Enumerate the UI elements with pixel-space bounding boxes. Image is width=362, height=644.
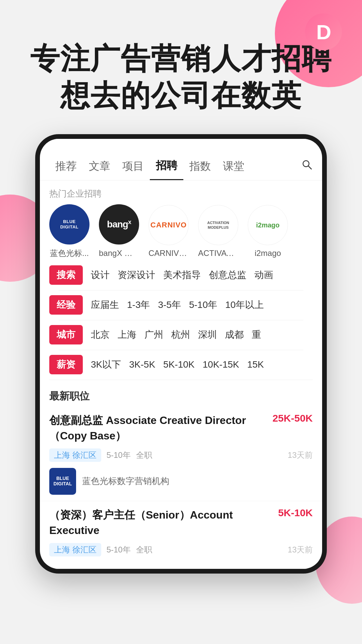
filter-opt-3-5[interactable]: 3-5年 — [158, 299, 181, 311]
activation-text: ACTIVATIONMODEPLUS — [207, 220, 229, 230]
tab-index[interactable]: 指数 — [183, 159, 217, 180]
tab-project[interactable]: 项目 — [116, 159, 150, 180]
company-full-name-1: 蓝色光标数字营销机构 — [82, 475, 169, 487]
company-item-blue-digital[interactable]: BLUEDIGITAL 蓝色光标... — [49, 204, 89, 259]
job-title-1: 创意副总监 Associate Creative Director（Copy B… — [49, 413, 273, 444]
search-icon[interactable] — [301, 159, 313, 179]
filter-opt-3k-5k[interactable]: 3K-5K — [129, 359, 155, 370]
company-logo-small-text-1: BLUEDIGITAL — [54, 476, 72, 486]
job-experience-2: 5-10年 — [107, 544, 131, 555]
job-type-1: 全职 — [136, 450, 152, 461]
divider-3 — [59, 350, 303, 350]
hero-section: 专注广告营销人才招聘 想去的公司在数英 — [0, 0, 362, 134]
job-location-1: 上海 徐汇区 — [49, 448, 101, 462]
nav-tabs: 推荐 文章 项目 招聘 指数 课堂 — [40, 152, 322, 180]
i2mago-text: i2mago — [256, 221, 280, 229]
job-salary-1: 25K-50K — [273, 413, 313, 424]
filter-row-search: 搜索 设计 资深设计 美术指导 创意总监 动画 — [49, 265, 313, 285]
job-meta-row-2: 上海 徐汇区 5-10年 全职 13天前 — [49, 543, 313, 556]
company-name-blue-digital: 蓝色光标... — [50, 248, 89, 259]
divider-1 — [59, 290, 303, 290]
company-name-bangx: bangX 上海 — [99, 248, 139, 259]
filter-opt-fresh[interactable]: 应届生 — [91, 299, 119, 311]
app-logo-badge[interactable]: D — [305, 13, 342, 50]
hero-line1: 专注广告营销人才招聘 — [30, 42, 332, 75]
status-bar — [40, 139, 322, 152]
filter-row-city: 城市 北京 上海 广州 杭州 深圳 成都 重 — [49, 325, 313, 344]
filter-opt-1-3[interactable]: 1-3年 — [127, 299, 150, 311]
job-salary-2: 5K-10K — [278, 507, 313, 519]
company-logo-small-1: BLUEDIGITAL — [49, 468, 76, 495]
filter-opt-beijing[interactable]: 北京 — [91, 328, 110, 341]
filter-opt-senior-design[interactable]: 资深设计 — [118, 269, 155, 281]
company-logo-activation: ACTIVATIONMODEPLUS — [198, 205, 238, 245]
job-title-row-2: （资深）客户主任（Senior）Account Executive 5K-10K — [49, 507, 313, 538]
hero-headline: 专注广告营销人才招聘 想去的公司在数英 — [0, 40, 362, 114]
company-info-row-1: BLUEDIGITAL 蓝色光标数字营销机构 — [49, 468, 313, 495]
divider-2 — [59, 320, 303, 320]
filter-opt-10k-15k[interactable]: 10K-15K — [202, 359, 239, 370]
svg-line-1 — [308, 166, 311, 169]
filter-tag-salary[interactable]: 薪资 — [49, 355, 83, 374]
company-item-carnivo[interactable]: CARNIVO CARNIVO... — [148, 205, 189, 258]
filter-opt-more-city[interactable]: 重 — [252, 328, 261, 341]
tab-jobs[interactable]: 招聘 — [150, 158, 183, 180]
job-title-row-1: 创意副总监 Associate Creative Director（Copy B… — [49, 413, 313, 444]
job-type-2: 全职 — [136, 544, 152, 555]
job-listing-2[interactable]: （资深）客户主任（Senior）Account Executive 5K-10K… — [40, 501, 322, 569]
job-meta-row-1: 上海 徐汇区 5-10年 全职 13天前 — [49, 448, 313, 462]
company-name-carnivo: CARNIVO... — [148, 249, 189, 258]
filter-opt-guangzhou[interactable]: 广州 — [144, 328, 163, 341]
latest-jobs-title: 最新职位 — [40, 385, 322, 407]
hot-companies-label: 热门企业招聘 — [40, 180, 322, 204]
filter-opt-design[interactable]: 设计 — [91, 269, 110, 281]
filter-opt-creative[interactable]: 创意总监 — [209, 269, 246, 281]
tab-course[interactable]: 课堂 — [217, 159, 250, 180]
job-time-2: 13天前 — [288, 544, 313, 555]
job-listing-1[interactable]: 创意副总监 Associate Creative Director（Copy B… — [40, 407, 322, 501]
filter-opt-10plus[interactable]: 10年以上 — [225, 299, 264, 311]
company-logos-row: BLUEDIGITAL 蓝色光标... bangx bangX 上海 CARNI… — [40, 204, 322, 259]
bangx-text: bangx — [107, 219, 131, 230]
filter-opt-5-10[interactable]: 5-10年 — [189, 299, 217, 311]
filter-opt-art[interactable]: 美术指导 — [163, 269, 201, 281]
filter-row-experience: 经验 应届生 1-3年 3-5年 5-10年 10年以上 — [49, 295, 313, 315]
company-item-activation[interactable]: ACTIVATIONMODEPLUS ACTIVATIO... — [198, 205, 238, 258]
filter-opt-3k-below[interactable]: 3K以下 — [91, 358, 121, 371]
filter-opt-shenzhen[interactable]: 深圳 — [198, 328, 217, 341]
job-location-2: 上海 徐汇区 — [49, 543, 101, 556]
filter-section: 搜索 设计 资深设计 美术指导 创意总监 动画 经验 应届生 1-3年 3-5年… — [40, 259, 322, 374]
filter-tag-experience[interactable]: 经验 — [49, 295, 83, 315]
phone-mockup: 推荐 文章 项目 招聘 指数 课堂 热门企业招聘 BLUEDIGITAL — [35, 134, 327, 574]
job-title-2: （资深）客户主任（Senior）Account Executive — [49, 507, 278, 538]
company-logo-bangx: bangx — [99, 204, 139, 245]
divider-main — [49, 380, 313, 380]
company-name-i2mago: i2mago — [255, 249, 281, 258]
logo-letter: D — [316, 20, 331, 44]
company-logo-carnivo: CARNIVO — [148, 205, 189, 245]
filter-opt-hangzhou[interactable]: 杭州 — [171, 328, 190, 341]
filter-opt-animation[interactable]: 动画 — [254, 269, 273, 281]
company-item-bangx[interactable]: bangx bangX 上海 — [99, 204, 139, 259]
filter-opt-chengdu[interactable]: 成都 — [225, 328, 244, 341]
phone-screen: 推荐 文章 项目 招聘 指数 课堂 热门企业招聘 BLUEDIGITAL — [40, 139, 322, 569]
filter-opt-shanghai[interactable]: 上海 — [118, 328, 136, 341]
filter-tag-search[interactable]: 搜索 — [49, 265, 83, 285]
hero-line2: 想去的公司在数英 — [60, 79, 302, 112]
filter-row-salary: 薪资 3K以下 3K-5K 5K-10K 10K-15K 15K — [49, 355, 313, 374]
filter-tag-city[interactable]: 城市 — [49, 325, 83, 344]
filter-opt-15k[interactable]: 15K — [247, 359, 264, 370]
job-time-1: 13天前 — [288, 450, 313, 461]
company-logo-blue-digital: BLUEDIGITAL — [49, 204, 89, 245]
carnivo-text: CARNIVO — [150, 221, 187, 229]
company-item-i2mago[interactable]: i2mago i2mago — [248, 205, 288, 258]
job-experience-1: 5-10年 — [107, 450, 131, 461]
tab-recommend[interactable]: 推荐 — [49, 159, 83, 180]
company-logo-i2mago: i2mago — [248, 205, 288, 245]
company-name-activation: ACTIVATIO... — [198, 249, 238, 258]
tab-article[interactable]: 文章 — [83, 159, 116, 180]
filter-opt-5k-10k[interactable]: 5K-10K — [163, 359, 194, 370]
